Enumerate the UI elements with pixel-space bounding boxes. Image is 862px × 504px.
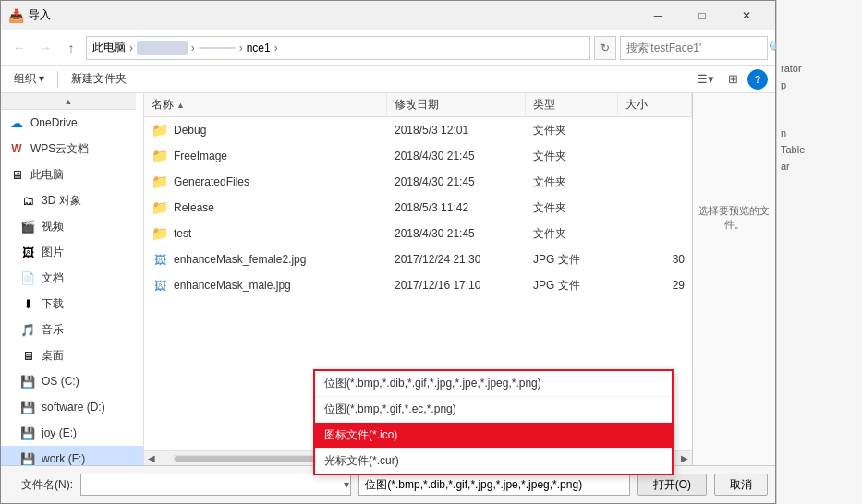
col-header-date[interactable]: 修改日期: [387, 93, 526, 116]
sidebar-item-image[interactable]: 🖼 图片: [1, 239, 143, 265]
search-input[interactable]: [626, 42, 765, 54]
title-bar-title: 导入: [29, 7, 637, 23]
maximize-button[interactable]: □: [681, 1, 723, 30]
sidebar-item-label: joy (E:): [42, 426, 77, 439]
dropdown-item-cursor[interactable]: 光标文件(*.cur): [315, 449, 672, 474]
path-sep-2: ›: [191, 42, 195, 54]
file-date-cell: 2018/4/30 21:45: [387, 227, 526, 240]
table-row[interactable]: 📁 Debug 2018/5/3 12:01 文件夹: [144, 117, 692, 143]
folder-icon: 📁: [152, 148, 168, 164]
file-date-cell: 2017/12/24 21:30: [387, 253, 526, 266]
file-name-cell: 📁 Debug: [144, 122, 387, 138]
table-row[interactable]: 🖼 enhanceMask_female2.jpg 2017/12/24 21:…: [144, 246, 692, 272]
cancel-button[interactable]: 取消: [714, 474, 768, 496]
hscroll-right-btn[interactable]: ▶: [677, 451, 692, 466]
onedrive-icon: ☁: [8, 114, 25, 131]
path-sep-4: ›: [274, 42, 278, 54]
up-button[interactable]: ↑: [60, 37, 82, 59]
help-button[interactable]: ?: [747, 69, 768, 90]
app-panel-item: p: [781, 79, 858, 90]
address-bar: ← → ↑ 此电脑 › wc › › nce1 › ↻ 🔍: [1, 30, 775, 66]
desktop-icon: 🖥: [19, 347, 36, 364]
sidebar-item-3d[interactable]: 🗂 3D 对象: [1, 187, 143, 213]
hscroll-left-btn[interactable]: ◀: [144, 451, 159, 466]
app-panel-item: Table: [781, 144, 858, 155]
jpg-icon: 🖼: [152, 251, 168, 268]
ddrive-icon: 💾: [19, 399, 36, 415]
sidebar-item-ddrive[interactable]: 💾 software (D:): [1, 394, 143, 420]
sidebar-item-label: 下载: [42, 296, 64, 312]
sidebar-item-label: 此电脑: [30, 167, 64, 183]
sidebar-item-fdrive[interactable]: 💾 work (F:): [1, 446, 143, 465]
list-view-button[interactable]: ☰▾: [692, 69, 718, 90]
filetype-select[interactable]: 位图(*.bmp,*.dib,*.gif,*.jpg,*.jpe,*.jpeg,…: [358, 474, 629, 496]
col-header-size[interactable]: 大小: [618, 93, 692, 116]
pc-icon: 🖥: [8, 166, 25, 183]
sidebar-item-desktop[interactable]: 🖥 桌面: [1, 342, 143, 368]
dropdown-item-icon[interactable]: 图标文件(*.ico): [315, 423, 672, 449]
sidebar-item-cdrive[interactable]: 💾 OS (C:): [1, 368, 143, 394]
sidebar-item-label: software (D:): [42, 401, 105, 414]
file-label: Release: [174, 201, 214, 214]
path-segment-pc: 此电脑: [92, 40, 126, 55]
forward-button[interactable]: →: [34, 37, 56, 59]
sidebar-item-label: 音乐: [42, 322, 64, 338]
app-panel-item: rator: [781, 63, 858, 74]
file-size-cell: 29: [618, 279, 692, 292]
file-date-cell: 2018/4/30 21:45: [387, 175, 526, 188]
image-icon: 🖼: [19, 244, 36, 260]
file-name-cell: 🖼 enhanceMask_male.jpg: [144, 277, 387, 294]
path-segment-nce1: nce1: [247, 42, 271, 54]
dropdown-item-bitmap1[interactable]: 位图(*.bmp,*.dib,*.gif,*.jpg,*.jpe,*.jpeg,…: [315, 371, 672, 397]
file-type-cell: JPG 文件: [526, 278, 618, 294]
sidebar-item-label: OneDrive: [30, 116, 78, 129]
col-header-type[interactable]: 类型: [526, 93, 618, 116]
new-folder-button[interactable]: 新建文件夹: [66, 68, 132, 90]
file-type-cell: 文件夹: [526, 226, 618, 242]
sidebar-item-pc[interactable]: 🖥 此电脑: [1, 162, 143, 187]
back-button[interactable]: ←: [8, 37, 30, 59]
col-date-label: 修改日期: [395, 97, 439, 113]
filename-input[interactable]: [80, 474, 351, 496]
open-button[interactable]: 打开(O): [637, 474, 707, 496]
toolbar: 组织 ▾ 新建文件夹 ☰▾ ⊞ ?: [1, 66, 775, 93]
table-row[interactable]: 📁 GeneratedFiles 2018/4/30 21:45 文件夹: [144, 169, 692, 195]
table-row[interactable]: 📁 Release 2018/5/3 11:42 文件夹: [144, 195, 692, 221]
sidebar-item-music[interactable]: 🎵 音乐: [1, 317, 143, 342]
sort-icon: ▲: [176, 101, 185, 110]
minimize-button[interactable]: ─: [637, 1, 679, 30]
organize-button[interactable]: 组织 ▾: [8, 68, 50, 90]
sidebar-item-video[interactable]: 🎬 视频: [1, 213, 143, 239]
download-icon: ⬇: [19, 295, 36, 312]
col-header-name[interactable]: 名称 ▲: [144, 93, 387, 116]
dropdown-item-bitmap2[interactable]: 位图(*.bmp,*.gif,*.ec,*.png): [315, 397, 672, 423]
sidebar-item-edrive[interactable]: 💾 joy (E:): [1, 420, 143, 446]
bottom-bar: 文件名(N): ▾ 位图(*.bmp,*.dib,*.gif,*.jpg,*.j…: [1, 465, 775, 503]
sidebar-scroll-up[interactable]: ▲: [1, 93, 136, 110]
table-row[interactable]: 🖼 enhanceMask_male.jpg 2017/12/16 17:10 …: [144, 272, 692, 298]
table-row[interactable]: 📁 test 2018/4/30 21:45 文件夹: [144, 221, 692, 246]
file-name-cell: 📁 Release: [144, 199, 387, 216]
sidebar-item-wps[interactable]: W WPS云文档: [1, 136, 143, 162]
file-label: FreeImage: [174, 150, 227, 162]
file-label: GeneratedFiles: [174, 175, 249, 188]
search-box[interactable]: 🔍: [620, 36, 768, 60]
app-panel: rator p n Table ar: [776, 0, 862, 504]
refresh-button[interactable]: ↻: [594, 36, 616, 60]
col-size-label: 大小: [625, 97, 648, 113]
sidebar-item-label: 桌面: [42, 348, 64, 364]
grid-view-button[interactable]: ⊞: [720, 69, 746, 90]
sidebar-item-doc[interactable]: 📄 文档: [1, 265, 143, 291]
path-segment-blurred-2: [199, 47, 236, 49]
sidebar-item-label: 文档: [42, 270, 64, 286]
video-icon: 🎬: [19, 218, 36, 234]
filename-input-wrap: ▾: [80, 474, 351, 496]
address-path[interactable]: 此电脑 › wc › › nce1 ›: [86, 36, 590, 60]
close-button[interactable]: ✕: [725, 1, 768, 30]
sidebar-item-download[interactable]: ⬇ 下载: [1, 291, 143, 317]
file-label: enhanceMask_female2.jpg: [174, 253, 306, 266]
sidebar-item-label: 3D 对象: [42, 193, 81, 209]
sidebar-item-label: WPS云文档: [30, 141, 89, 157]
table-row[interactable]: 📁 FreeImage 2018/4/30 21:45 文件夹: [144, 143, 692, 169]
sidebar-item-onedrive[interactable]: ☁ OneDrive: [1, 110, 143, 136]
